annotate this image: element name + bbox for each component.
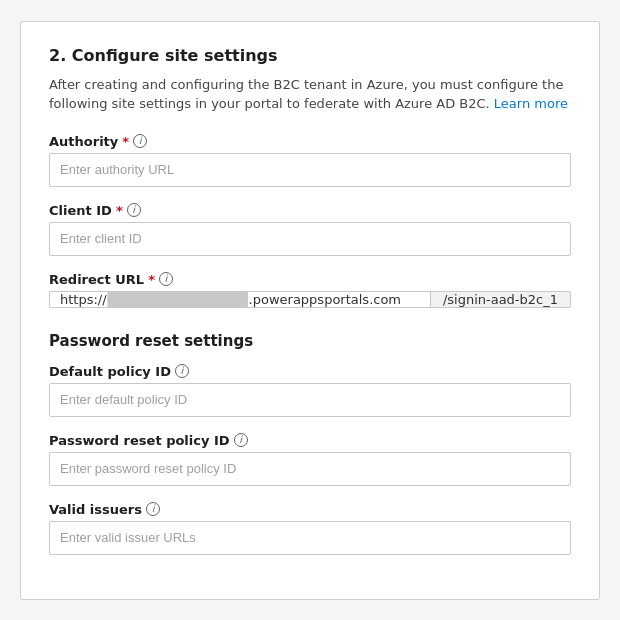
valid-issuers-input[interactable] [49, 521, 571, 555]
client-id-required-star: * [116, 203, 123, 218]
reset-policy-info-icon[interactable]: i [234, 433, 248, 447]
redirect-url-suffix: /signin-aad-b2c_1 [430, 292, 570, 307]
valid-issuers-label: Valid issuers i [49, 502, 571, 517]
password-reset-section-title: Password reset settings [49, 332, 571, 350]
client-id-label: Client ID * i [49, 203, 571, 218]
authority-label: Authority * i [49, 134, 571, 149]
redirect-url-label: Redirect URL * i [49, 272, 571, 287]
learn-more-link[interactable]: Learn more [494, 96, 568, 111]
valid-issuers-info-icon[interactable]: i [146, 502, 160, 516]
client-id-field-group: Client ID * i [49, 203, 571, 256]
reset-policy-input[interactable] [49, 452, 571, 486]
section-title: 2. Configure site settings [49, 46, 571, 65]
reset-policy-field-group: Password reset policy ID i [49, 433, 571, 486]
configure-site-settings-card: 2. Configure site settings After creatin… [20, 21, 600, 600]
default-policy-input[interactable] [49, 383, 571, 417]
valid-issuers-field-group: Valid issuers i [49, 502, 571, 555]
client-id-info-icon[interactable]: i [127, 203, 141, 217]
authority-field-group: Authority * i [49, 134, 571, 187]
client-id-input[interactable] [49, 222, 571, 256]
redirect-url-wrapper: https://██████████████.powerappsportals.… [49, 291, 571, 308]
default-policy-label: Default policy ID i [49, 364, 571, 379]
redirect-url-required-star: * [148, 272, 155, 287]
authority-required-star: * [122, 134, 129, 149]
authority-info-icon[interactable]: i [133, 134, 147, 148]
redirect-url-field-group: Redirect URL * i https://██████████████.… [49, 272, 571, 308]
section-description: After creating and configuring the B2C t… [49, 75, 571, 114]
redirect-url-info-icon[interactable]: i [159, 272, 173, 286]
redirect-url-display: https://██████████████.powerappsportals.… [50, 292, 430, 307]
default-policy-info-icon[interactable]: i [175, 364, 189, 378]
default-policy-field-group: Default policy ID i [49, 364, 571, 417]
authority-input[interactable] [49, 153, 571, 187]
reset-policy-label: Password reset policy ID i [49, 433, 571, 448]
